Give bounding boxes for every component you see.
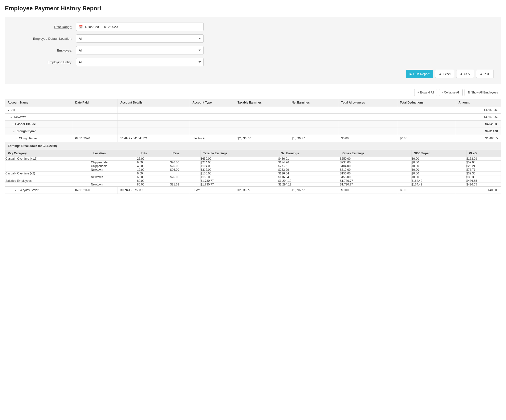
clough-detail-net: $1,896.77 — [289, 135, 339, 142]
date-range-row: Date Range: 📅 1/10/2020 - 31/12/2020 — [12, 23, 494, 31]
everyday-row-name[interactable]: › Everyday Saver — [5, 187, 73, 194]
entity-label: Employing Entity: — [12, 60, 76, 64]
list-item: Salaried Employees80.00$1,730.77$1,294.1… — [5, 179, 501, 183]
breakdown-col-units: Units — [137, 150, 170, 157]
clough-detail-taxable: $2,536.77 — [235, 135, 289, 142]
table-row: › Casper Claude $4,520.33 — [5, 121, 501, 128]
calendar-icon: 📅 — [79, 25, 83, 29]
csv-button[interactable]: ⬇ CSV — [456, 70, 474, 78]
breakdown-col-category: Pay Category — [5, 150, 91, 157]
employee-label: Employee: — [12, 49, 76, 52]
col-header-total-deductions: Total Deductions — [397, 99, 456, 106]
csv-icon: ⬇ — [460, 72, 463, 76]
list-item: Newtown6.00$26.00$156.00$116.64$156.00$0… — [5, 175, 501, 179]
breakdown-col-gross: Gross Earnings — [340, 150, 412, 157]
breakdown-title-row: Earnings Breakdown for 2/11/2020) — [5, 142, 501, 150]
everyday-allowances: $0.00 — [339, 187, 397, 194]
table-header-row: Account Name Date Paid Account Details A… — [5, 99, 501, 106]
breakdown-col-payg: PAYG — [466, 150, 501, 157]
breakdown-title: Earnings Breakdown for 2/11/2020) — [5, 142, 501, 150]
everyday-net: $1,896.77 — [289, 187, 339, 194]
date-range-value: 1/10/2020 - 31/12/2020 — [85, 25, 118, 29]
run-report-button[interactable]: ▶ Run Report — [406, 70, 433, 78]
location-select[interactable]: All — [76, 34, 204, 43]
entity-row: Employing Entity: All — [12, 58, 494, 66]
newtown-row-amount: $49,579.52 — [456, 114, 501, 121]
list-item: Newtown12.00$26.00$312.00$233.29$312.00$… — [5, 168, 501, 172]
location-row: Employee Default Location: All — [12, 34, 494, 43]
breakdown-header-row: Pay Category Location Units Rate Taxable… — [5, 150, 501, 157]
all-row-amount: $49,579.52 — [456, 106, 501, 114]
employee-select[interactable]: All — [76, 46, 204, 54]
filter-actions: ▶ Run Report ⬇ Excel ⬇ CSV ⬇ PDF — [12, 70, 494, 78]
list-item: Newtown80.00$21.63$1,730.77$1,294.12$1,7… — [5, 183, 501, 186]
table-row: › Everyday Saver 02/11/2020 303941 - 675… — [5, 187, 501, 194]
clough-row-amount: $4,814.31 — [456, 128, 501, 135]
pdf-icon: ⬇ — [480, 72, 482, 76]
col-header-account-details: Account Details — [118, 99, 190, 106]
breakdown-table: Earnings Breakdown for 2/11/2020) Pay Ca… — [5, 142, 501, 186]
excel-button[interactable]: ⬇ Excel — [435, 70, 454, 78]
list-item: Chippendale4.00$26.00$104.00$77.76$104.0… — [5, 164, 501, 168]
table-row: ⌄ Clough Ryner 02/11/2020 112879 - 04164… — [5, 135, 501, 142]
newtown-row-name[interactable]: ⌄ Newtown — [5, 114, 73, 121]
report-table: Account Name Date Paid Account Details A… — [5, 99, 501, 194]
casper-row-amount: $4,520.33 — [456, 121, 501, 128]
col-header-amount: Amount — [456, 99, 501, 106]
col-header-date-paid: Date Paid — [73, 99, 118, 106]
everyday-account: 303941 - 675839 — [118, 187, 190, 194]
everyday-taxable: $2,536.77 — [235, 187, 289, 194]
page-title: Employee Payment History Report — [5, 5, 501, 12]
date-range-label[interactable]: Date Range: — [12, 25, 76, 29]
breakdown-col-rate: Rate — [170, 150, 200, 157]
col-header-account-name: Account Name — [5, 99, 73, 106]
clough-detail-date: 02/11/2020 — [73, 135, 118, 142]
breakdown-col-sgc: SGC Super — [412, 150, 466, 157]
everyday-date: 02/11/2020 — [73, 187, 118, 194]
breakdown-row: Earnings Breakdown for 2/11/2020) Pay Ca… — [5, 142, 501, 187]
table-row: ⌄ Clough Ryner $4,814.31 — [5, 128, 501, 135]
run-report-icon: ▶ — [410, 72, 412, 76]
col-header-net-earnings: Net Earnings — [289, 99, 339, 106]
excel-icon: ⬇ — [439, 72, 441, 76]
chevron-down-icon[interactable]: ⌄ — [10, 116, 12, 118]
everyday-deductions: $0.00 — [397, 187, 456, 194]
table-row: ⌄ All $49,579.52 — [5, 106, 501, 114]
casper-row-name[interactable]: › Casper Claude — [5, 121, 73, 128]
clough-detail-account: 112879 - 041644321 — [118, 135, 190, 142]
employee-row: Employee: All — [12, 46, 494, 54]
everyday-amount: $400.00 — [456, 187, 501, 194]
chevron-down-icon[interactable]: ⌄ — [8, 108, 10, 111]
clough-detail-allowances: $0.00 — [339, 135, 397, 142]
breakdown-col-taxable: Taxable Earnings — [200, 150, 278, 157]
list-item: Casual - Overtime (x2)6.00$156.00$116.64… — [5, 172, 501, 175]
table-row: ⌄ Newtown $49,579.52 — [5, 114, 501, 121]
col-header-account-type: Account Type — [190, 99, 235, 106]
breakdown-col-net: Net Earnings — [278, 150, 340, 157]
breakdown-col-location: Location — [91, 150, 137, 157]
pdf-button[interactable]: ⬇ PDF — [476, 70, 494, 78]
chevron-down-icon[interactable]: ⌄ — [15, 137, 17, 140]
clough-detail-amount: $1,496.77 — [456, 135, 501, 142]
expand-all-button[interactable]: + Expand All — [414, 89, 437, 96]
report-toolbar: + Expand All - Collapse All ⇅ Show All E… — [5, 89, 501, 96]
all-row-name[interactable]: ⌄ All — [5, 106, 73, 114]
clough-row-name[interactable]: ⌄ Clough Ryner — [5, 128, 73, 135]
chevron-right-icon[interactable]: › — [13, 123, 13, 126]
entity-select[interactable]: All — [76, 58, 204, 66]
location-label: Employee Default Location: — [12, 37, 76, 40]
collapse-all-button[interactable]: - Collapse All — [439, 89, 463, 96]
chevron-right-icon[interactable]: › — [15, 189, 16, 192]
list-item: Casual - Overtime (x1.5)25.00$650.00$486… — [5, 157, 501, 161]
chevron-down-icon[interactable]: ⌄ — [13, 130, 15, 133]
col-header-total-allowances: Total Allowances — [339, 99, 397, 106]
clough-detail-name[interactable]: ⌄ Clough Ryner — [5, 135, 73, 142]
col-header-taxable-earnings: Taxable Earnings — [235, 99, 289, 106]
clough-detail-deductions: $0.00 — [397, 135, 456, 142]
filter-panel: Date Range: 📅 1/10/2020 - 31/12/2020 Emp… — [5, 17, 501, 84]
list-item: Chippendale9.00$26.00$234.00$174.96$234.… — [5, 161, 501, 164]
show-all-employees-button[interactable]: ⇅ Show All Employees — [465, 89, 501, 96]
date-range-input[interactable]: 📅 1/10/2020 - 31/12/2020 — [76, 23, 204, 31]
clough-detail-type: Electronic — [190, 135, 235, 142]
employees-icon: ⇅ — [468, 91, 470, 94]
